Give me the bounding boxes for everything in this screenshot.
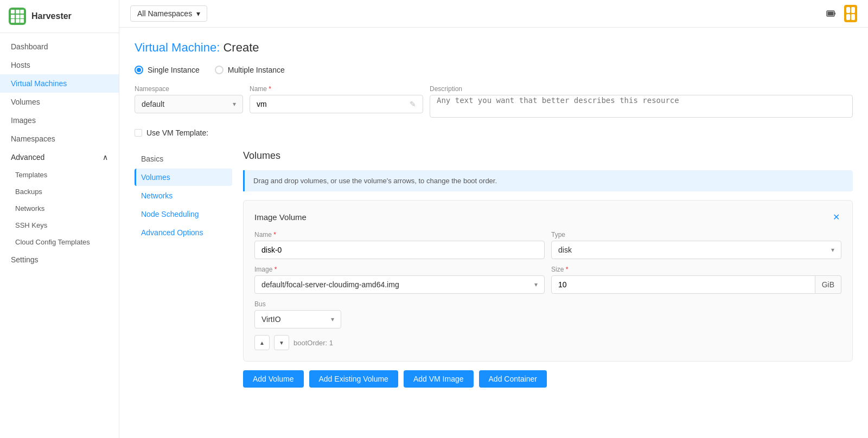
side-nav-node-scheduling[interactable]: Node Scheduling bbox=[135, 205, 232, 223]
single-instance-radio-circle bbox=[135, 66, 143, 74]
page-content: Virtual Machine: Create Single Instance … bbox=[119, 28, 868, 438]
page-title: Virtual Machine: Create bbox=[135, 41, 853, 55]
single-instance-radio[interactable]: Single Instance bbox=[135, 66, 200, 74]
chevron-down-icon: ▾ bbox=[196, 9, 200, 18]
volume-name-input-wrapper bbox=[254, 241, 545, 259]
volume-size-input[interactable] bbox=[551, 275, 815, 294]
add-existing-volume-button[interactable]: Add Existing Volume bbox=[309, 370, 398, 388]
namespace-chevron-icon: ▾ bbox=[233, 100, 236, 108]
sidebar-item-backups[interactable]: Backups bbox=[0, 183, 119, 200]
use-vm-template-label: Use VM Template: bbox=[146, 128, 208, 137]
size-unit-label: GiB bbox=[815, 275, 841, 294]
add-volume-button[interactable]: Add Volume bbox=[243, 370, 304, 388]
volume-card-title: Image Volume bbox=[254, 212, 307, 222]
add-buttons-row: Add Volume Add Existing Volume Add VM Im… bbox=[243, 370, 853, 388]
sidebar-item-ssh-keys[interactable]: SSH Keys bbox=[0, 217, 119, 234]
sidebar-logo: Harvester bbox=[0, 0, 119, 33]
namespace-input[interactable]: default ▾ bbox=[135, 95, 243, 113]
boot-order-up-button[interactable]: ▲ bbox=[254, 335, 270, 350]
boot-order-row: ▲ ▼ bootOrder: 1 bbox=[254, 335, 841, 350]
volume-type-select[interactable]: disk ▾ bbox=[551, 241, 841, 259]
side-nav-networks[interactable]: Networks bbox=[135, 187, 232, 204]
volume-bus-select[interactable]: VirtIO ▾ bbox=[254, 310, 341, 328]
main: All Namespaces ▾ bbox=[119, 0, 868, 438]
namespace-field-container: Namespace default ▾ bbox=[135, 85, 243, 118]
volume-size-input-wrapper: GiB bbox=[551, 275, 841, 294]
multiple-instance-radio-circle bbox=[215, 66, 224, 74]
side-nav-advanced-options[interactable]: Advanced Options bbox=[135, 224, 232, 241]
sidebar-item-virtual-machines[interactable]: Virtual Machines bbox=[0, 74, 119, 93]
volumes-info-banner: Drag and drop volumes, or use the volume… bbox=[243, 170, 853, 191]
logo-icon bbox=[9, 8, 26, 25]
description-label: Description bbox=[430, 85, 853, 93]
svg-rect-2 bbox=[828, 12, 834, 16]
sidebar-item-volumes[interactable]: Volumes bbox=[0, 93, 119, 111]
sidebar: Harvester Dashboard Hosts Virtual Machin… bbox=[0, 0, 119, 438]
sidebar-item-hosts[interactable]: Hosts bbox=[0, 56, 119, 74]
name-field-container: Name * ✎ bbox=[250, 85, 423, 118]
sidebar-item-networks[interactable]: Networks bbox=[0, 200, 119, 217]
volumes-section-title: Volumes bbox=[243, 150, 853, 162]
battery-icon[interactable] bbox=[825, 7, 838, 20]
close-volume-button[interactable]: ✕ bbox=[831, 211, 841, 222]
template-row: Use VM Template: bbox=[135, 128, 853, 137]
sidebar-item-advanced[interactable]: Advanced ∧ bbox=[0, 148, 119, 166]
add-container-button[interactable]: Add Container bbox=[479, 370, 547, 388]
volume-bus-field: Bus VirtIO ▾ bbox=[254, 300, 341, 328]
description-input[interactable] bbox=[437, 96, 846, 117]
topbar: All Namespaces ▾ bbox=[119, 0, 868, 28]
boot-order-down-button[interactable]: ▼ bbox=[274, 335, 289, 350]
name-field-wrapper: ✎ bbox=[250, 95, 423, 113]
create-layout: Basics Volumes Networks Node Scheduling … bbox=[135, 150, 853, 388]
volume-card: Image Volume ✕ Name * bbox=[243, 200, 853, 362]
volume-image-select[interactable]: default/focal-server-cloudimg-amd64.img … bbox=[254, 275, 545, 294]
multiple-instance-radio[interactable]: Multiple Instance bbox=[215, 66, 285, 74]
puzzle-icon[interactable] bbox=[844, 7, 857, 20]
volume-type-field: Type disk ▾ bbox=[551, 231, 841, 259]
app-title: Harvester bbox=[31, 11, 72, 21]
volume-name-input[interactable] bbox=[261, 246, 538, 254]
namespace-label: All Namespaces bbox=[137, 9, 192, 18]
form-row-top: Namespace default ▾ Name * ✎ Description bbox=[135, 85, 853, 118]
panel-content: Volumes Drag and drop volumes, or use th… bbox=[243, 150, 853, 388]
svg-rect-1 bbox=[834, 12, 835, 15]
image-chevron-icon: ▾ bbox=[534, 281, 538, 288]
namespace-selector[interactable]: All Namespaces ▾ bbox=[130, 5, 207, 22]
boot-order-label: bootOrder: 1 bbox=[293, 339, 333, 347]
side-nav-volumes[interactable]: Volumes bbox=[135, 169, 232, 186]
namespace-label: Namespace bbox=[135, 85, 243, 93]
sidebar-item-templates[interactable]: Templates bbox=[0, 166, 119, 183]
bus-chevron-icon: ▾ bbox=[331, 315, 334, 323]
volume-name-field: Name * bbox=[254, 231, 545, 259]
volume-bus-row: Bus VirtIO ▾ bbox=[254, 300, 841, 328]
name-label: Name * bbox=[250, 85, 423, 93]
add-vm-image-button[interactable]: Add VM Image bbox=[404, 370, 474, 388]
type-chevron-icon: ▾ bbox=[831, 246, 834, 254]
instance-type-row: Single Instance Multiple Instance bbox=[135, 66, 853, 74]
sidebar-item-images[interactable]: Images bbox=[0, 111, 119, 130]
volume-size-field: Size * GiB bbox=[551, 266, 841, 294]
topbar-icons bbox=[825, 7, 857, 20]
volume-name-type-row: Name * Type disk ▾ bbox=[254, 231, 841, 259]
edit-icon: ✎ bbox=[410, 100, 416, 108]
create-side-nav: Basics Volumes Networks Node Scheduling … bbox=[135, 150, 243, 388]
name-input[interactable] bbox=[257, 100, 410, 108]
chevron-up-icon: ∧ bbox=[103, 153, 108, 162]
side-nav-basics[interactable]: Basics bbox=[135, 150, 232, 168]
description-field-wrapper bbox=[430, 95, 853, 118]
sidebar-item-dashboard[interactable]: Dashboard bbox=[0, 37, 119, 56]
use-vm-template-checkbox[interactable] bbox=[135, 129, 142, 137]
sidebar-nav: Dashboard Hosts Virtual Machines Volumes… bbox=[0, 33, 119, 273]
sidebar-item-namespaces[interactable]: Namespaces bbox=[0, 130, 119, 148]
volume-image-field: Image * default/focal-server-cloudimg-am… bbox=[254, 266, 545, 294]
volume-image-size-row: Image * default/focal-server-cloudimg-am… bbox=[254, 266, 841, 294]
sidebar-item-cloud-config-templates[interactable]: Cloud Config Templates bbox=[0, 234, 119, 250]
volume-card-header: Image Volume ✕ bbox=[254, 211, 841, 222]
sidebar-item-settings[interactable]: Settings bbox=[0, 250, 119, 269]
description-field-container: Description bbox=[430, 85, 853, 118]
